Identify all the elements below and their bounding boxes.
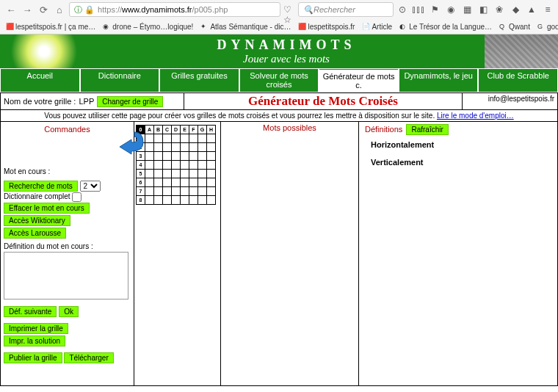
page-title: Générateur de Mots Croisés [184,93,462,109]
site-subtitle: Jouer avec les mots [88,53,485,65]
print-solution-button[interactable]: Impr. la solution [4,335,65,346]
header-row: Nom de votre grille : LPP Changer de gri… [0,92,558,110]
contact-email[interactable]: info@lespetitspois.fr [462,93,557,109]
nav-toolbar: ← → ⟳ ⌂ ⓘ 🔒 https://www.dynamimots.fr/p0… [0,0,558,19]
grid-panel: 0ABCDEFGH12345678 [134,122,221,385]
commands-panel: Commandes Mot en cours : Recherche de mo… [1,122,134,385]
refresh-button[interactable]: Rafraîchir [406,124,448,135]
search-words-button[interactable]: Recherche de mots [4,181,78,192]
grid-name-value: LPP [79,97,94,106]
bookmark-item[interactable]: Ggoogle birthday surpri… [537,23,558,31]
undo-icon[interactable] [112,126,149,156]
grid-name-label: Nom de votre grille : [4,97,76,106]
bookmark-item[interactable]: ◐Le Trésor de la Langue… [399,23,492,31]
bm-icon: ◉ [103,23,110,30]
full-dict-label: Dictionnaire complet [4,192,70,200]
publish-grid-button[interactable]: Publier la grille [4,352,62,363]
nav-grilles[interactable]: Grilles gratuites [160,69,239,92]
nav-accueil[interactable]: Accueil [1,69,79,92]
main-area: Commandes Mot en cours : Recherche de mo… [0,122,558,386]
bm-icon: ◐ [399,23,407,30]
page-content: DYNAMIMOTS Jouer avec les mots Accueil D… [0,35,558,386]
ext7-icon[interactable]: ▲ [526,4,537,15]
bm-icon: 📄 [362,23,369,30]
reload-button[interactable]: ⟳ [37,3,50,16]
erase-word-button[interactable]: Effacer le mot en cours [4,203,90,214]
back-button[interactable]: ← [4,3,18,16]
print-grid-button[interactable]: Imprimer la grille [4,323,68,334]
search-length-select[interactable]: 2 [80,181,101,192]
hint-text: Vous pouvez utiliser cette page pour cré… [44,112,435,120]
dropdown-icon[interactable]: ⋯ ♡ ☆ [283,4,295,15]
search-bar[interactable]: 🔍 Rechercher [298,2,394,17]
ext3-icon[interactable]: ▦ [461,4,473,15]
definitions-title: Définitions [363,123,404,135]
search-icon: 🔍 [303,5,314,15]
search-placeholder: Rechercher [314,5,355,14]
horizontal-heading: Horizontalement [371,140,553,149]
bm-icon: Q [499,23,507,30]
bookmark-item[interactable]: 🟥lespetitspois.fr | ça me… [6,23,95,31]
nav-dictionnaire[interactable]: Dictionnaire [81,69,159,92]
main-nav: Accueil Dictionnaire Grilles gratuites S… [0,68,558,92]
ext4-icon[interactable]: ◧ [477,4,489,15]
possible-words-panel: Mots possibles [221,122,359,385]
nav-jeu[interactable]: Dynamimots, le jeu [399,69,478,92]
ext2-icon[interactable]: ◉ [445,4,457,15]
change-grid-button[interactable]: Changer de grille [97,96,163,107]
bm-icon: ✦ [200,23,208,30]
bookmark-item[interactable]: 📄Article [362,23,392,31]
grid-name-area: Nom de votre grille : LPP Changer de gri… [1,93,184,109]
nav-solveur[interactable]: Solveur de mots croisés [240,69,319,92]
url-proto: https:// [98,5,122,14]
bm-icon: G [537,23,545,30]
library-icon[interactable]: ⫿⫿⫿ [413,4,424,15]
banner-title: DYNAMIMOTS Jouer avec les mots [88,37,485,65]
site-title: DYNAMIMOTS [88,37,485,53]
ext5-icon[interactable]: ❀ [493,4,505,15]
bookmarks-bar: 🟥lespetitspois.fr | ça me… ◉drone – Étym… [0,19,558,34]
download-button[interactable]: Télécharger [64,352,113,363]
download-icon[interactable]: ⊙ [396,4,408,15]
bm-icon: 🟥 [6,23,13,30]
definition-textarea[interactable] [4,252,128,300]
next-def-button[interactable]: Déf. suivante [4,306,57,317]
bookmark-item[interactable]: 🟥lespetitspois.fr [298,23,355,31]
url-bar[interactable]: ⓘ 🔒 https://www.dynamimots.fr/p005.php [69,2,280,17]
definitions-panel: Définitions Rafraîchir Horizontalement V… [359,122,557,385]
banner-logo [0,35,88,68]
forward-button[interactable]: → [21,3,34,16]
browser-chrome: ← → ⟳ ⌂ ⓘ 🔒 https://www.dynamimots.fr/p0… [0,0,558,35]
bookmark-item[interactable]: ◉drone – Étymo…logique! [103,23,193,31]
banner: DYNAMIMOTS Jouer avec les mots [0,35,558,68]
ok-button[interactable]: Ok [59,306,79,317]
hint-row: Vous pouvez utiliser cette page pour cré… [0,110,558,122]
banner-decor [485,35,558,68]
bm-icon: 🟥 [298,23,305,30]
menu-icon[interactable]: ≡ [542,4,554,15]
nav-generateur[interactable]: Générateur de mots c. [319,69,398,92]
larousse-button[interactable]: Accès Larousse [4,228,66,239]
possible-words-title: Mots possibles [221,122,358,134]
ext1-icon[interactable]: ⚑ [429,4,441,15]
bookmark-item[interactable]: ✦Atlas Sémantique - dic… [200,23,291,31]
lock-icon: ⓘ 🔒 [74,4,95,15]
current-word-label: Mot en cours : [4,167,131,175]
url-domain: www.dynamimots.fr [122,5,192,14]
home-button[interactable]: ⌂ [53,3,66,16]
bookmark-item[interactable]: QQwant [499,23,530,31]
vertical-heading: Verticalement [371,158,553,167]
url-path: /p005.php [192,5,228,14]
wiktionary-button[interactable]: Accès Wiktionary [4,215,70,226]
nav-scrabble[interactable]: Club de Scrabble [479,69,557,92]
full-dict-checkbox[interactable] [72,192,81,202]
toolbar-icons: ⊙ ⫿⫿⫿ ⚑ ◉ ▦ ◧ ❀ ◆ ▲ ≡ [396,4,554,15]
ext6-icon[interactable]: ◆ [510,4,521,15]
definition-label: Définition du mot en cours : [4,242,131,250]
hint-link[interactable]: Lire le mode d'emploi… [437,112,514,120]
